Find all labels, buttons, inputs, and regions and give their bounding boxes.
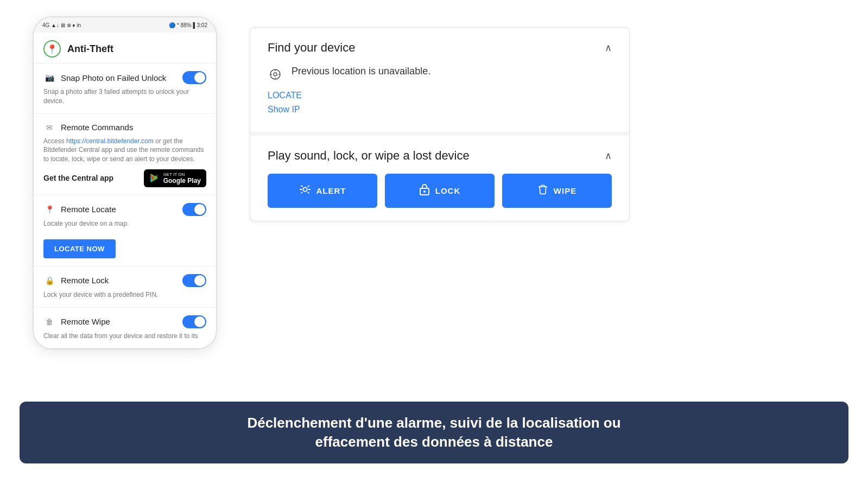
bottom-banner: Déclenchement d'une alarme, suivi de la …	[20, 402, 848, 463]
central-app-label: Get the Central app	[43, 174, 113, 182]
banner-line1: Déclenchement d'une alarme, suivi de la …	[247, 415, 620, 431]
remote-wipe-toggle[interactable]	[182, 315, 206, 328]
remote-locate-title: Remote Locate	[61, 205, 116, 214]
snap-photo-desc: Snap a photo after 3 failed attempts to …	[43, 87, 206, 106]
find-device-chevron-icon[interactable]: ∧	[605, 42, 612, 54]
phone-body: 📷 Snap Photo on Failed Unlock Snap a pho…	[34, 63, 216, 348]
remote-lock-icon: 🔒	[43, 275, 55, 287]
phone-header: 📍 Anti-Theft	[34, 33, 216, 63]
svg-point-6	[303, 187, 307, 191]
action-buttons-row: ALERT LOCK	[268, 174, 612, 208]
snap-photo-icon: 📷	[43, 72, 55, 84]
remote-commands-desc: Access https://central.bitdefender.com o…	[43, 137, 206, 164]
show-ip-link[interactable]: Show IP	[268, 105, 612, 115]
locate-link[interactable]: LOCATE	[268, 91, 612, 100]
snap-photo-title: Snap Photo on Failed Unlock	[61, 73, 166, 82]
lost-device-section: Play sound, lock, or wipe a lost device …	[250, 136, 629, 221]
remote-lock-desc: Lock your device with a predefined PIN.	[43, 290, 206, 300]
remote-lock-section: 🔒 Remote Lock Lock your device with a pr…	[34, 266, 216, 308]
banner-line2: effacement des données à distance	[315, 434, 553, 450]
target-icon	[268, 67, 283, 82]
antitheft-icon: 📍	[43, 40, 61, 58]
alert-button[interactable]: ALERT	[268, 174, 377, 208]
wipe-button[interactable]: WIPE	[502, 174, 612, 208]
location-row: Previous location is unavailable.	[268, 66, 612, 82]
remote-commands-section: ✉ Remote Commands Access https://central…	[34, 114, 216, 195]
snap-photo-toggle[interactable]	[182, 71, 206, 84]
svg-point-1	[274, 73, 277, 76]
phone-title: Anti-Theft	[67, 43, 113, 55]
phone-mockup: 4G ▲↓ ⊠ ⊕ ♦ in 🔵 * 88% ▌3:02 📍 Anti-Thef…	[33, 16, 217, 349]
alert-icon	[299, 183, 311, 198]
google-play-icon	[149, 173, 160, 183]
svg-point-8	[423, 190, 426, 193]
phone-notch	[103, 20, 147, 29]
remote-commands-icon: ✉	[43, 122, 55, 134]
lost-device-title: Play sound, lock, or wipe a lost device	[268, 149, 470, 163]
remote-locate-toggle[interactable]	[182, 203, 206, 216]
google-play-badge[interactable]: GET IT ON Google Play	[144, 169, 206, 187]
find-device-title: Find your device	[268, 41, 355, 55]
google-play-text: GET IT ON Google Play	[163, 172, 201, 185]
find-device-section: Find your device ∧	[250, 28, 629, 132]
lock-btn-icon	[419, 183, 430, 198]
remote-locate-desc: Locate your device on a map.	[43, 219, 206, 228]
remote-lock-toggle[interactable]	[182, 274, 206, 287]
remote-wipe-desc: Clear all the data from your device and …	[43, 332, 206, 341]
location-status-text: Previous location is unavailable.	[292, 66, 430, 77]
remote-wipe-icon: 🗑	[43, 316, 55, 328]
wipe-label: WIPE	[554, 186, 576, 195]
lock-label: LOCK	[435, 186, 461, 195]
lock-button[interactable]: LOCK	[385, 174, 495, 208]
locate-now-button[interactable]: LOCATE NOW	[43, 239, 116, 258]
google-play-name: Google Play	[163, 177, 201, 185]
right-panel: Find your device ∧	[250, 27, 835, 221]
bottom-banner-wrapper: Déclenchement d'une alarme, suivi de la …	[0, 402, 868, 483]
lost-device-header: Play sound, lock, or wipe a lost device …	[268, 149, 612, 163]
device-card: Find your device ∧	[250, 27, 630, 221]
remote-locate-icon: 📍	[43, 204, 55, 215]
status-left: 4G ▲↓ ⊠ ⊕ ♦ in	[42, 22, 81, 28]
remote-locate-section: 📍 Remote Locate Locate your device on a …	[34, 195, 216, 266]
status-right: 🔵 * 88% ▌3:02	[169, 22, 207, 28]
remote-commands-title: Remote Commands	[61, 123, 133, 132]
central-app-row: Get the Central app GET IT ON Google Pla…	[43, 169, 206, 187]
find-device-header: Find your device ∧	[268, 41, 612, 55]
lost-device-chevron-icon[interactable]: ∧	[605, 150, 612, 162]
google-play-get: GET IT ON	[163, 172, 201, 177]
central-link[interactable]: https://central.bitdefender.com	[66, 137, 154, 145]
status-bar: 4G ▲↓ ⊠ ⊕ ♦ in 🔵 * 88% ▌3:02	[34, 17, 216, 33]
wipe-icon	[537, 183, 548, 198]
alert-label: ALERT	[316, 186, 346, 195]
remote-lock-title: Remote Lock	[61, 276, 109, 285]
snap-photo-section: 📷 Snap Photo on Failed Unlock Snap a pho…	[34, 63, 216, 114]
remote-wipe-title: Remote Wipe	[61, 317, 110, 326]
remote-wipe-section: 🗑 Remote Wipe Clear all the data from yo…	[34, 308, 216, 349]
